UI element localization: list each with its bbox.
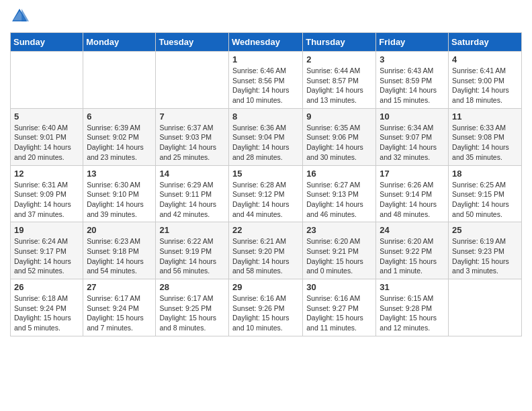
cell-content: Sunrise: 6:20 AMSunset: 9:21 PMDaylight:… [306,236,372,276]
calendar-cell: 8Sunrise: 6:36 AMSunset: 9:04 PMDaylight… [228,108,302,165]
calendar-cell: 1Sunrise: 6:46 AMSunset: 8:56 PMDaylight… [228,52,302,109]
day-number: 29 [232,282,299,292]
cell-content: Sunrise: 6:30 AMSunset: 9:10 PMDaylight:… [87,180,152,220]
cell-content: Sunrise: 6:29 AMSunset: 9:11 PMDaylight:… [159,180,225,220]
cell-content: Sunrise: 6:41 AMSunset: 9:00 PMDaylight:… [452,66,518,105]
calendar-cell: 12Sunrise: 6:31 AMSunset: 9:09 PMDayligh… [11,165,83,222]
day-header-sunday: Sunday [11,33,83,52]
logo-icon [10,7,29,26]
calendar-cell: 7Sunrise: 6:37 AMSunset: 9:03 PMDaylight… [156,108,229,165]
calendar-cell: 27Sunrise: 6:17 AMSunset: 9:24 PMDayligh… [83,279,156,336]
cell-content: Sunrise: 6:17 AMSunset: 9:25 PMDaylight:… [159,293,225,333]
day-number: 10 [380,111,445,122]
calendar-cell [156,52,229,109]
day-number: 25 [452,225,518,235]
calendar-cell: 17Sunrise: 6:26 AMSunset: 9:14 PMDayligh… [376,165,449,222]
day-header-friday: Friday [376,33,449,52]
cell-content: Sunrise: 6:20 AMSunset: 9:22 PMDaylight:… [380,236,445,276]
svg-marker-2 [21,9,29,21]
day-number: 7 [159,111,225,122]
calendar-cell: 24Sunrise: 6:20 AMSunset: 9:22 PMDayligh… [376,222,449,279]
calendar-week-2: 5Sunrise: 6:40 AMSunset: 9:01 PMDaylight… [11,108,522,165]
day-number: 2 [306,54,372,64]
calendar-cell: 26Sunrise: 6:18 AMSunset: 9:24 PMDayligh… [11,279,83,336]
page-header [10,7,522,26]
cell-content: Sunrise: 6:19 AMSunset: 9:23 PMDaylight:… [452,236,518,276]
cell-content: Sunrise: 6:37 AMSunset: 9:03 PMDaylight:… [159,123,225,163]
cell-content: Sunrise: 6:44 AMSunset: 8:57 PMDaylight:… [306,66,372,105]
day-number: 14 [159,169,225,179]
cell-content: Sunrise: 6:16 AMSunset: 9:26 PMDaylight:… [232,293,299,333]
day-number: 16 [306,169,372,179]
cell-content: Sunrise: 6:23 AMSunset: 9:18 PMDaylight:… [87,236,152,276]
logo [10,7,32,26]
cell-content: Sunrise: 6:35 AMSunset: 9:06 PMDaylight:… [306,123,372,163]
cell-content: Sunrise: 6:16 AMSunset: 9:27 PMDaylight:… [306,293,372,333]
cell-content: Sunrise: 6:25 AMSunset: 9:15 PMDaylight:… [452,180,518,220]
cell-content: Sunrise: 6:15 AMSunset: 9:28 PMDaylight:… [380,293,445,333]
day-number: 30 [306,282,372,292]
cell-content: Sunrise: 6:34 AMSunset: 9:07 PMDaylight:… [380,123,445,163]
day-number: 5 [14,111,79,122]
day-number: 1 [232,54,299,64]
cell-content: Sunrise: 6:22 AMSunset: 9:19 PMDaylight:… [159,236,225,276]
day-number: 18 [452,169,518,179]
cell-content: Sunrise: 6:31 AMSunset: 9:09 PMDaylight:… [14,180,79,220]
calendar-cell: 20Sunrise: 6:23 AMSunset: 9:18 PMDayligh… [83,222,156,279]
calendar-cell [449,279,522,336]
calendar-cell: 10Sunrise: 6:34 AMSunset: 9:07 PMDayligh… [376,108,449,165]
day-number: 6 [87,111,152,122]
cell-content: Sunrise: 6:40 AMSunset: 9:01 PMDaylight:… [14,123,79,163]
calendar-cell: 29Sunrise: 6:16 AMSunset: 9:26 PMDayligh… [228,279,302,336]
cell-content: Sunrise: 6:46 AMSunset: 8:56 PMDaylight:… [232,66,299,105]
calendar-week-3: 12Sunrise: 6:31 AMSunset: 9:09 PMDayligh… [11,165,522,222]
cell-content: Sunrise: 6:28 AMSunset: 9:12 PMDaylight:… [232,180,299,220]
calendar-week-5: 26Sunrise: 6:18 AMSunset: 9:24 PMDayligh… [11,279,522,336]
cell-content: Sunrise: 6:27 AMSunset: 9:13 PMDaylight:… [306,180,372,220]
calendar-table: SundayMondayTuesdayWednesdayThursdayFrid… [10,32,522,336]
day-number: 11 [452,111,518,122]
day-header-monday: Monday [83,33,156,52]
calendar-cell: 16Sunrise: 6:27 AMSunset: 9:13 PMDayligh… [303,165,376,222]
calendar-header-row: SundayMondayTuesdayWednesdayThursdayFrid… [11,33,522,52]
day-number: 8 [232,111,299,122]
day-header-tuesday: Tuesday [156,33,229,52]
cell-content: Sunrise: 6:21 AMSunset: 9:20 PMDaylight:… [232,236,299,276]
calendar-week-1: 1Sunrise: 6:46 AMSunset: 8:56 PMDaylight… [11,52,522,109]
day-number: 13 [87,169,152,179]
cell-content: Sunrise: 6:33 AMSunset: 9:08 PMDaylight:… [452,123,518,163]
cell-content: Sunrise: 6:17 AMSunset: 9:24 PMDaylight:… [87,293,152,333]
calendar-cell: 23Sunrise: 6:20 AMSunset: 9:21 PMDayligh… [303,222,376,279]
calendar-cell: 13Sunrise: 6:30 AMSunset: 9:10 PMDayligh… [83,165,156,222]
day-number: 26 [14,282,79,292]
calendar-cell: 22Sunrise: 6:21 AMSunset: 9:20 PMDayligh… [228,222,302,279]
cell-content: Sunrise: 6:43 AMSunset: 8:59 PMDaylight:… [380,66,445,105]
cell-content: Sunrise: 6:39 AMSunset: 9:02 PMDaylight:… [87,123,152,163]
calendar-cell: 3Sunrise: 6:43 AMSunset: 8:59 PMDaylight… [376,52,449,109]
calendar-cell: 11Sunrise: 6:33 AMSunset: 9:08 PMDayligh… [449,108,522,165]
day-number: 15 [232,169,299,179]
cell-content: Sunrise: 6:18 AMSunset: 9:24 PMDaylight:… [14,293,79,333]
calendar-cell: 15Sunrise: 6:28 AMSunset: 9:12 PMDayligh… [228,165,302,222]
cell-content: Sunrise: 6:26 AMSunset: 9:14 PMDaylight:… [380,180,445,220]
day-header-wednesday: Wednesday [228,33,302,52]
day-number: 20 [87,225,152,235]
calendar-cell [11,52,83,109]
calendar-cell: 14Sunrise: 6:29 AMSunset: 9:11 PMDayligh… [156,165,229,222]
calendar-week-4: 19Sunrise: 6:24 AMSunset: 9:17 PMDayligh… [11,222,522,279]
cell-content: Sunrise: 6:36 AMSunset: 9:04 PMDaylight:… [232,123,299,163]
cell-content: Sunrise: 6:24 AMSunset: 9:17 PMDaylight:… [14,236,79,276]
day-number: 12 [14,169,79,179]
calendar-cell: 30Sunrise: 6:16 AMSunset: 9:27 PMDayligh… [303,279,376,336]
calendar-cell: 4Sunrise: 6:41 AMSunset: 9:00 PMDaylight… [449,52,522,109]
calendar-cell: 25Sunrise: 6:19 AMSunset: 9:23 PMDayligh… [449,222,522,279]
calendar-cell: 6Sunrise: 6:39 AMSunset: 9:02 PMDaylight… [83,108,156,165]
day-number: 17 [380,169,445,179]
calendar-cell: 31Sunrise: 6:15 AMSunset: 9:28 PMDayligh… [376,279,449,336]
calendar-cell: 28Sunrise: 6:17 AMSunset: 9:25 PMDayligh… [156,279,229,336]
day-number: 3 [380,54,445,64]
day-number: 22 [232,225,299,235]
day-number: 23 [306,225,372,235]
calendar-cell: 18Sunrise: 6:25 AMSunset: 9:15 PMDayligh… [449,165,522,222]
day-number: 19 [14,225,79,235]
